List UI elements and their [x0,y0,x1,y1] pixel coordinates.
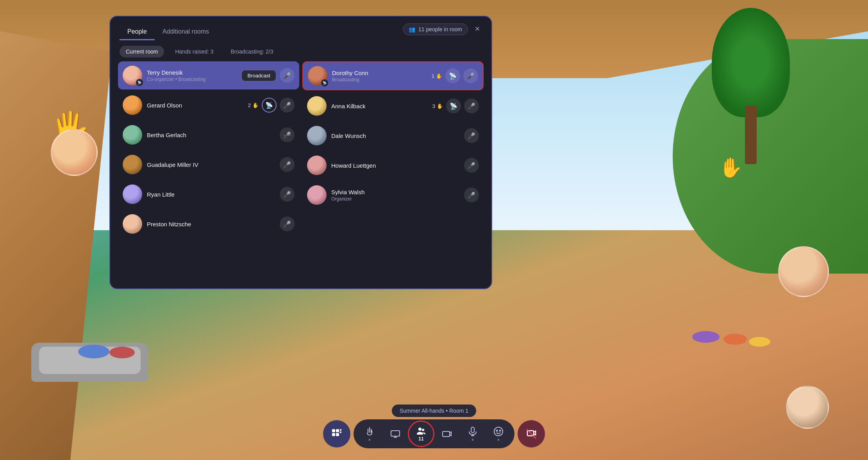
person-actions-bertha: 🎤 [280,127,295,142]
people-count-label: 11 people in room [418,26,462,32]
person-row-preston[interactable]: Preston Nitzsche 🎤 [118,210,299,238]
tree-trunk [745,106,757,164]
camera-button[interactable] [436,422,458,445]
person-info-dale: Dale Wunsch [331,132,464,139]
avatar-wrap-terry: 📡 [123,66,142,85]
svg-rect-3 [336,433,339,436]
person-info-gerard: Gerard Olson [147,102,248,109]
svg-rect-6 [391,431,400,436]
mic-button-guadalupe[interactable]: 🎤 [280,157,295,172]
mic-button-bertha[interactable]: 🎤 [280,127,295,142]
person-info-preston: Preston Nitzsche [147,221,280,227]
toolbar: ▲ 11 [323,419,545,448]
hand-wave-right: ✋ [719,156,743,179]
broadcast-icon-dorothy[interactable]: 📡 [445,68,460,83]
content-icon [390,429,400,439]
person-row-terry[interactable]: 📡 Terry Denesik Co-organizer • Broadcast… [118,61,299,89]
broadcast-button-terry[interactable]: Broadcast [241,70,277,82]
avatar-badge-dorothy: 📡 [321,79,328,86]
apps-icon [331,428,342,439]
pillow-orange [723,334,747,345]
tab-people[interactable]: People [120,24,155,40]
hand-icon-anna: ✋ [437,103,443,109]
filter-hands-raised[interactable]: Hands raised: 3 [169,46,220,57]
mic-button-howard[interactable]: 🎤 [464,158,479,173]
person-row-dale[interactable]: Dale Wunsch 🎤 [302,122,484,150]
mic-button-preston[interactable]: 🎤 [280,217,295,231]
emoji-icon [493,426,504,437]
broadcast-icon-gerard[interactable]: 📡 [262,98,277,113]
person-actions-preston: 🎤 [280,217,295,231]
svg-rect-1 [336,429,339,432]
raise-hand-icon [364,426,375,437]
end-button[interactable] [518,420,545,447]
mic-button-dale[interactable]: 🎤 [464,128,479,143]
person-row-sylvia[interactable]: Sylvia Walsh Organizer 🎤 [302,181,484,209]
apps-button[interactable] [323,420,350,447]
person-row-anna[interactable]: Anna Kilback 3 ✋ 📡 🎤 [302,92,484,120]
svg-point-17 [500,430,501,431]
content-share-button[interactable] [384,422,407,445]
avatar-wrap-gerard [123,95,142,115]
avatar-sylvia [307,185,327,205]
svg-rect-12 [471,427,474,433]
close-button[interactable]: × [471,23,484,35]
scene-avatar-right [778,246,829,297]
person-row-howard[interactable]: Howard Luettgen 🎤 [302,151,484,179]
person-row-guadalupe[interactable]: Guadalupe Miller IV 🎤 [118,150,299,179]
hand-count-anna: 3 ✋ [432,103,443,109]
right-column: 📡 Dorothy Conn Broadcasting 1 ✋ 📡 🎤 [301,61,485,282]
people-button[interactable]: 11 [410,422,432,445]
pillow-blue [78,345,109,358]
mic-button-gerard[interactable]: 🎤 [280,98,295,113]
filter-row: Current room Hands raised: 3 Broadcastin… [110,40,491,61]
mic-button-dorothy[interactable]: 🎤 [463,68,478,83]
person-row-bertha[interactable]: Bertha Gerlach 🎤 [118,121,299,149]
person-actions-anna: 3 ✋ 📡 🎤 [432,98,479,113]
person-role-terry: Co-organizer • Broadcasting [147,77,241,82]
content-area: 📡 Terry Denesik Co-organizer • Broadcast… [110,61,491,288]
avatar-wrap-dorothy: 📡 [308,66,327,86]
avatar-wrap-ryan [123,184,142,204]
raise-hand-button[interactable]: ▲ [358,422,381,445]
person-info-ryan: Ryan Little [147,191,280,198]
svg-point-15 [494,427,503,436]
svg-point-10 [422,429,424,431]
camera-icon [442,429,452,439]
mic-button-sylvia[interactable]: 🎤 [464,188,479,202]
filter-broadcasting[interactable]: Broadcasting: 2/3 [225,46,280,57]
hand-count-num-anna: 3 [432,103,435,109]
avatar-preston [123,214,142,234]
svg-rect-0 [332,429,335,432]
people-icon: 👥 [409,26,415,32]
person-row-ryan[interactable]: Ryan Little 🎤 [118,180,299,208]
mic-button-anna[interactable]: 🎤 [464,98,479,113]
left-column: 📡 Terry Denesik Co-organizer • Broadcast… [116,61,301,282]
person-row-dorothy[interactable]: 📡 Dorothy Conn Broadcasting 1 ✋ 📡 🎤 [302,61,484,90]
room-label: Summer All-hands • Room 1 [392,405,476,417]
broadcast-icon-anna[interactable]: 📡 [446,98,461,113]
person-actions-howard: 🎤 [464,158,479,173]
emoji-button[interactable]: ▲ [487,422,510,445]
mic-button-terry[interactable]: 🎤 [280,68,295,83]
avatar-badge-terry: 📡 [136,79,143,86]
person-actions-gerard: 2 ✋ 📡 🎤 [248,98,295,113]
avatar-wrap-guadalupe [123,155,142,174]
person-name-anna: Anna Kilback [331,103,432,109]
avatar-ryan [123,184,142,204]
pillow-red [109,347,135,358]
mic-icon [468,426,478,437]
avatar-wrap-preston [123,214,142,234]
tab-additional-rooms[interactable]: Additional rooms [155,24,217,40]
mic-button-ryan[interactable]: 🎤 [280,187,295,202]
mic-button[interactable]: ▲ [461,422,484,445]
hand-icon-dorothy: ✋ [436,73,442,79]
svg-rect-4 [340,429,341,431]
pillow-purple [692,331,720,343]
person-row-gerard[interactable]: Gerard Olson 2 ✋ 📡 🎤 [118,91,299,119]
filter-current-room[interactable]: Current room [120,46,164,57]
raise-hand-label: ▲ [368,437,371,441]
person-name-sylvia: Sylvia Walsh [331,189,464,195]
person-name-preston: Preston Nitzsche [147,221,280,227]
person-actions-dorothy: 1 ✋ 📡 🎤 [432,68,478,83]
